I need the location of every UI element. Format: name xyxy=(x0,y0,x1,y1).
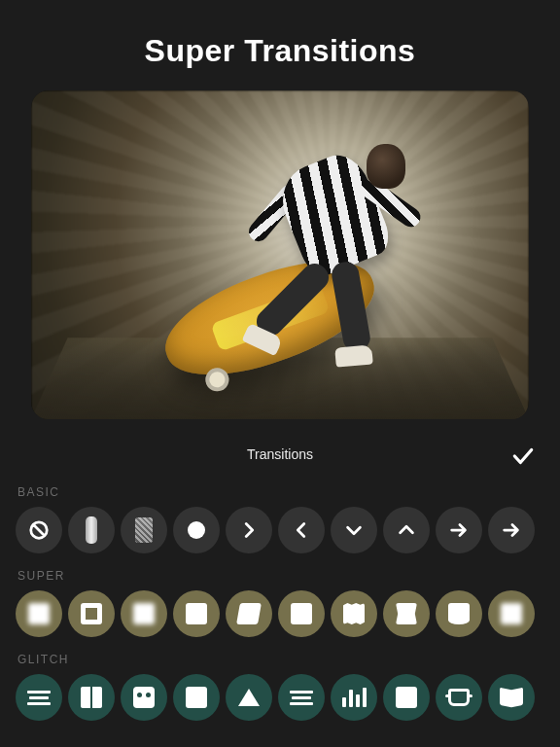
g-sheet-icon xyxy=(396,687,417,708)
dot-icon xyxy=(188,521,205,539)
sq-ring-icon xyxy=(81,603,102,624)
arrow-right-icon xyxy=(448,519,470,541)
ban-icon xyxy=(28,519,50,541)
g-flip-icon xyxy=(500,689,523,706)
g-tri-icon xyxy=(238,689,260,706)
transition-zoom-blur-2[interactable] xyxy=(121,590,167,637)
video-preview[interactable] xyxy=(31,90,529,419)
transition-zoom-blur-1[interactable] xyxy=(16,590,62,637)
g-bars-icon xyxy=(27,691,51,705)
transition-bars[interactable] xyxy=(331,674,377,721)
transition-push-right[interactable] xyxy=(436,507,482,553)
section-label-glitch: GLITCH xyxy=(0,647,560,674)
transition-push-right-2[interactable] xyxy=(488,507,535,553)
transition-wave[interactable] xyxy=(331,590,377,637)
transition-slide-down[interactable] xyxy=(331,507,377,553)
page-title: Super Transitions xyxy=(0,0,560,90)
sq-icon xyxy=(291,603,312,624)
transitions-panel: Transitions BASIC SUPER GLITCH xyxy=(0,437,560,721)
transition-skew[interactable] xyxy=(226,590,272,637)
transition-fade[interactable] xyxy=(173,507,220,553)
confirm-button[interactable] xyxy=(508,441,539,472)
sq-wav-icon xyxy=(343,603,365,624)
g-sheet-icon xyxy=(186,687,207,708)
transition-pixel-face[interactable] xyxy=(121,674,167,721)
section-label-super: SUPER xyxy=(0,563,560,590)
pill-icon xyxy=(86,516,97,544)
transition-split[interactable] xyxy=(68,674,115,721)
chev-right-icon xyxy=(238,519,260,541)
g-box-icon xyxy=(448,689,470,706)
sq-blur-icon xyxy=(133,603,155,624)
transition-row-glitch[interactable] xyxy=(0,674,560,721)
transition-slide-right[interactable] xyxy=(226,507,272,553)
transition-none[interactable] xyxy=(16,507,62,553)
transition-tear[interactable] xyxy=(383,674,430,721)
preview-skater xyxy=(250,150,425,364)
transition-block[interactable] xyxy=(173,674,220,721)
g-bars2-icon xyxy=(290,691,313,705)
transition-slide-left[interactable] xyxy=(278,507,325,553)
sq-blur-icon xyxy=(28,603,50,624)
section-label-basic: BASIC xyxy=(0,480,560,507)
transition-scanlines[interactable] xyxy=(16,674,62,721)
chev-down-icon xyxy=(343,519,365,541)
transition-wipe[interactable] xyxy=(68,507,115,553)
transition-squeeze[interactable] xyxy=(383,590,430,637)
chev-left-icon xyxy=(291,519,312,541)
panel-title: Transitions xyxy=(247,446,313,462)
transition-bend[interactable] xyxy=(436,590,482,637)
transition-vhs[interactable] xyxy=(436,674,482,721)
sq-tilt-icon xyxy=(236,603,262,624)
sq-vsq-icon xyxy=(396,603,417,624)
sq-hcurve-icon xyxy=(448,603,470,624)
g-split-icon xyxy=(81,687,102,708)
transition-soft[interactable] xyxy=(488,590,535,637)
transition-prism[interactable] xyxy=(226,674,272,721)
check-icon xyxy=(510,444,536,469)
arrow-right-icon xyxy=(501,519,522,541)
transition-card[interactable] xyxy=(278,590,325,637)
chev-up-icon xyxy=(396,519,417,541)
transition-dissolve[interactable] xyxy=(121,507,167,553)
dither-icon xyxy=(135,517,153,543)
sq-blur-icon xyxy=(501,603,522,624)
transition-frame[interactable] xyxy=(68,590,115,637)
transition-pop[interactable] xyxy=(173,590,220,637)
g-eq-icon xyxy=(342,688,367,707)
transition-static[interactable] xyxy=(278,674,325,721)
transition-flip[interactable] xyxy=(488,674,535,721)
transition-slide-up[interactable] xyxy=(383,507,430,553)
g-face-icon xyxy=(133,687,155,708)
transition-row-super[interactable] xyxy=(0,590,560,637)
sq-icon xyxy=(186,603,207,624)
transition-row-basic[interactable] xyxy=(0,507,560,553)
